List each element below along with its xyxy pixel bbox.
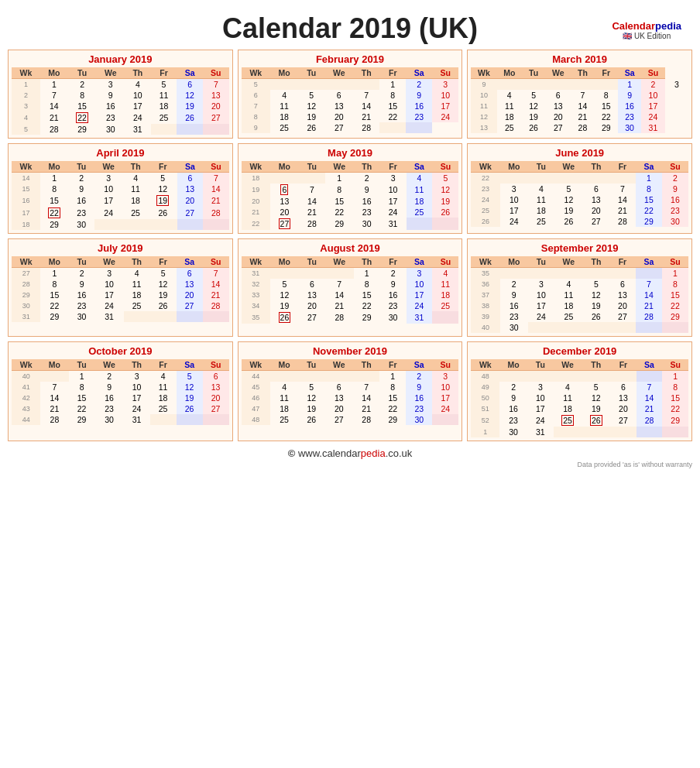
day-cell: 19 — [583, 300, 609, 311]
day-cell — [609, 268, 636, 279]
day-cell: 11 — [151, 90, 177, 101]
day-cell: 8 — [354, 279, 380, 290]
day-cell — [636, 322, 662, 333]
day-cell: 1 — [379, 79, 406, 91]
col-header-we: We — [95, 359, 124, 371]
week-row: 492345678 — [471, 382, 688, 393]
day-cell: 25 — [554, 414, 582, 427]
col-header-wk: Wk — [12, 359, 40, 371]
day-cell: 14 — [609, 194, 636, 205]
day-cell — [499, 371, 527, 382]
week-row: 314151617181920 — [12, 101, 229, 111]
week-number: 48 — [471, 371, 499, 382]
day-cell: 7 — [40, 382, 68, 393]
day-cell: 8 — [662, 382, 688, 393]
day-cell — [151, 124, 177, 135]
day-cell: 28 — [203, 300, 229, 311]
week-number: 4 — [12, 111, 40, 124]
month-title-11: November 2019 — [242, 345, 459, 357]
col-header-sa: Sa — [637, 359, 663, 371]
week-row: 311234 — [242, 268, 459, 279]
col-header-th: Th — [125, 67, 151, 79]
week-number: 40 — [12, 371, 40, 382]
day-cell: 11 — [122, 183, 149, 194]
day-cell — [270, 268, 299, 279]
day-cell — [528, 268, 554, 279]
week-row: 13031 — [471, 427, 688, 437]
day-cell: 24 — [407, 300, 433, 311]
week-row: 5223242526272829 — [471, 414, 688, 427]
week-number: 18 — [12, 219, 40, 230]
day-cell — [203, 219, 229, 230]
day-cell — [500, 268, 528, 279]
day-cell: 6 — [177, 173, 204, 184]
day-cell — [270, 371, 298, 382]
day-cell: 5 — [583, 279, 609, 290]
week-number: 28 — [12, 279, 40, 290]
col-header-wk: Wk — [12, 67, 40, 79]
day-cell: 23 — [69, 300, 95, 311]
day-cell: 1 — [354, 268, 380, 279]
week-row: 44123 — [242, 371, 459, 382]
day-cell: 29 — [662, 311, 688, 322]
day-cell: 24 — [641, 111, 664, 122]
cal-table-4: WkMoTuWeThFrSaSu141234567158910111213141… — [12, 161, 229, 230]
col-header-mo: Mo — [40, 359, 68, 371]
week-row: 362345678 — [471, 279, 688, 290]
holiday-day: 26 — [590, 415, 602, 426]
col-header-fr: Fr — [379, 67, 406, 79]
week-row: 11234567 — [12, 79, 229, 91]
col-header-th: Th — [353, 67, 379, 79]
day-cell: 10 — [407, 279, 433, 290]
month-title-6: June 2019 — [471, 147, 688, 159]
week-number: 33 — [242, 290, 270, 300]
cal-table-11: WkMoTuWeThFrSaSu441234545678910461112131… — [242, 359, 459, 425]
week-row: 2212 — [471, 173, 688, 184]
month-block-8: August 2019WkMoTuWeThFrSaSu3112343256789… — [238, 238, 463, 337]
day-cell: 25 — [554, 311, 583, 322]
day-cell: 26 — [150, 300, 177, 311]
month-block-11: November 2019WkMoTuWeThFrSaSu44123454567… — [238, 341, 463, 441]
week-row: 4214151617181920 — [12, 393, 229, 403]
week-row: 4030 — [471, 322, 688, 333]
day-cell — [298, 79, 324, 91]
holiday-day: 25 — [561, 415, 574, 426]
day-cell: 4 — [122, 173, 149, 184]
week-number: 27 — [12, 268, 40, 279]
day-cell: 14 — [325, 290, 354, 300]
day-cell: 15 — [354, 290, 380, 300]
day-cell — [554, 371, 582, 382]
week-number: 51 — [471, 403, 499, 414]
day-cell: 11 — [554, 290, 583, 300]
day-cell — [554, 268, 583, 279]
day-cell: 26 — [177, 111, 203, 124]
week-number: 40 — [471, 322, 499, 333]
day-cell: 31 — [95, 311, 124, 322]
day-cell: 17 — [407, 290, 433, 300]
day-cell — [500, 173, 528, 184]
day-cell: 25 — [270, 414, 298, 425]
day-cell: 25 — [151, 111, 177, 124]
month-block-2: February 2019WkMoTuWeThFrSaSu51236456789… — [238, 50, 463, 139]
day-cell: 9 — [97, 90, 125, 101]
week-row: 1615161718192021 — [12, 194, 229, 207]
day-cell: 9 — [500, 290, 528, 300]
col-header-su: Su — [203, 161, 229, 173]
day-cell: 26 — [149, 207, 177, 219]
week-row: 141234567 — [12, 173, 229, 184]
day-cell — [406, 122, 432, 133]
day-cell — [583, 322, 609, 333]
holiday-day: 6 — [280, 184, 288, 195]
day-cell: 10 — [641, 90, 664, 101]
holiday-day: 19 — [156, 195, 169, 206]
day-cell: 20 — [324, 111, 353, 122]
week-number: 46 — [242, 393, 270, 403]
day-cell: 5 — [582, 382, 610, 393]
day-cell: 9 — [69, 279, 95, 290]
week-number: 43 — [12, 403, 40, 414]
week-number: 9 — [242, 122, 270, 133]
week-number: 31 — [242, 268, 270, 279]
week-row: 1111121314151617 — [471, 101, 688, 111]
day-cell — [299, 173, 325, 184]
day-cell: 6 — [270, 183, 299, 196]
